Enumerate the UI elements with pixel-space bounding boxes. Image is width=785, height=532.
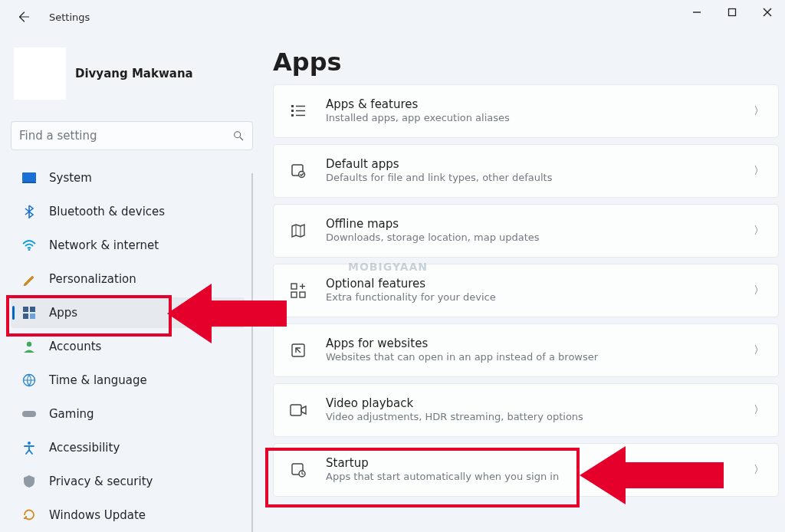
tile-startup[interactable]: Startup Apps that start automatically wh… [273, 443, 779, 497]
gaming-icon [21, 406, 37, 422]
svg-rect-25 [291, 284, 297, 289]
tile-title: Apps & features [326, 97, 510, 113]
tile-desc: Apps that start automatically when you s… [326, 471, 559, 484]
svg-point-8 [28, 249, 31, 251]
svg-point-16 [28, 442, 31, 445]
tile-default-apps[interactable]: Default apps Defaults for file and link … [273, 144, 779, 198]
maximize-button[interactable] [714, 0, 750, 25]
search-icon [232, 130, 245, 142]
svg-rect-7 [22, 182, 36, 183]
sidebar-item-label: Network & internet [49, 238, 159, 252]
tile-title: Offline maps [326, 217, 540, 232]
chevron-right-icon: 〉 [754, 224, 764, 238]
svg-rect-19 [291, 114, 294, 117]
sidebar-item-label: Windows Update [49, 508, 146, 522]
sidebar-item-gaming[interactable]: Gaming [11, 399, 245, 429]
profile-block[interactable]: Divyang Makwana [11, 41, 245, 110]
sidebar-item-label: Accessibility [49, 441, 120, 455]
svg-rect-12 [30, 314, 35, 319]
search-placeholder: Find a setting [19, 129, 97, 143]
sidebar-item-time-language[interactable]: Time & language [11, 365, 245, 396]
svg-line-5 [240, 137, 243, 140]
tile-title: Video playback [326, 396, 583, 412]
bluetooth-icon [21, 204, 37, 219]
tile-desc: Downloads, storage location, map updates [326, 232, 540, 245]
window-title: Settings [49, 11, 90, 23]
sidebar-item-system[interactable]: System [11, 163, 245, 193]
window-controls [679, 0, 785, 25]
privacy-icon [21, 474, 37, 489]
chevron-right-icon: 〉 [754, 463, 764, 477]
tile-desc: Defaults for file and link types, other … [326, 172, 552, 185]
tile-video-playback[interactable]: Video playback Video adjustments, HDR st… [273, 383, 779, 437]
sidebar-item-label: Gaming [49, 407, 94, 421]
personalization-icon [21, 271, 37, 287]
tile-title: Default apps [326, 157, 552, 172]
tile-desc: Installed apps, app execution aliases [326, 112, 510, 125]
sidebar-item-label: Personalization [49, 272, 136, 286]
time-language-icon [21, 373, 37, 388]
left-column: Divyang Makwana Find a setting System Bl… [11, 41, 245, 532]
offline-maps-icon [287, 220, 309, 241]
page-title: Apps [273, 48, 779, 77]
sidebar-item-label: Bluetooth & devices [49, 205, 165, 218]
tile-apps-features[interactable]: Apps & features Installed apps, app exec… [273, 84, 779, 138]
main-content: Apps Apps & features Installed apps, app… [273, 41, 779, 503]
sidebar-item-label: System [49, 171, 92, 185]
sidebar-item-privacy[interactable]: Privacy & security [11, 466, 245, 497]
minimize-button[interactable] [679, 0, 714, 25]
sidebar-item-network[interactable]: Network & internet [11, 230, 245, 261]
chevron-right-icon: 〉 [754, 403, 764, 417]
sidebar-item-label: Apps [49, 306, 77, 320]
tile-desc: Extra functionality for your device [326, 291, 496, 304]
chevron-right-icon: 〉 [754, 284, 764, 297]
sidebar-item-personalization[interactable]: Personalization [11, 264, 245, 294]
chevron-right-icon: 〉 [754, 164, 764, 178]
sidebar-item-bluetooth[interactable]: Bluetooth & devices [11, 196, 245, 227]
tile-title: Startup [326, 456, 559, 471]
tile-desc: Websites that can open in an app instead… [326, 351, 598, 364]
video-playback-icon [287, 399, 309, 421]
search-input[interactable]: Find a setting [11, 121, 253, 150]
sidebar-nav: System Bluetooth & devices Network & int… [11, 163, 245, 532]
svg-rect-26 [291, 292, 297, 297]
accessibility-icon [21, 440, 37, 455]
svg-rect-27 [300, 292, 305, 297]
titlebar: Settings [0, 0, 785, 34]
startup-icon [287, 459, 309, 481]
default-apps-icon [287, 160, 309, 182]
svg-rect-1 [729, 9, 736, 16]
svg-point-13 [27, 342, 31, 346]
tile-desc: Video adjustments, HDR streaming, batter… [326, 411, 583, 424]
sidebar-item-windows-update[interactable]: Windows Update [11, 500, 245, 530]
profile-avatar [14, 48, 66, 100]
chevron-right-icon: 〉 [754, 104, 764, 118]
tile-apps-for-websites[interactable]: Apps for websites Websites that can open… [273, 323, 779, 377]
windows-update-icon [21, 507, 37, 523]
chevron-right-icon: 〉 [754, 343, 764, 357]
sidebar-item-accessibility[interactable]: Accessibility [11, 432, 245, 463]
close-button[interactable] [750, 0, 785, 25]
accounts-icon [21, 339, 37, 354]
sidebar-item-apps[interactable]: Apps [11, 297, 245, 328]
tile-title: Optional features [326, 277, 496, 292]
settings-window: Settings Divyang Makwana Find a setting … [0, 0, 785, 532]
back-button[interactable] [8, 2, 38, 32]
apps-for-websites-icon [287, 340, 309, 361]
svg-rect-11 [23, 314, 28, 319]
svg-rect-10 [30, 307, 35, 312]
tile-title: Apps for websites [326, 337, 598, 352]
svg-point-4 [235, 132, 241, 138]
profile-name: Divyang Makwana [75, 67, 193, 80]
scroll-separator[interactable] [251, 173, 253, 532]
apps-features-icon [287, 100, 309, 122]
sidebar-item-label: Time & language [49, 373, 147, 387]
svg-rect-17 [291, 105, 294, 107]
sidebar-item-accounts[interactable]: Accounts [11, 331, 245, 362]
svg-rect-9 [23, 307, 28, 312]
tile-offline-maps[interactable]: Offline maps Downloads, storage location… [273, 204, 779, 258]
sidebar-item-label: Accounts [49, 340, 101, 353]
tile-optional-features[interactable]: Optional features Extra functionality fo… [273, 264, 779, 317]
apps-icon [21, 305, 37, 320]
svg-rect-31 [291, 405, 301, 415]
